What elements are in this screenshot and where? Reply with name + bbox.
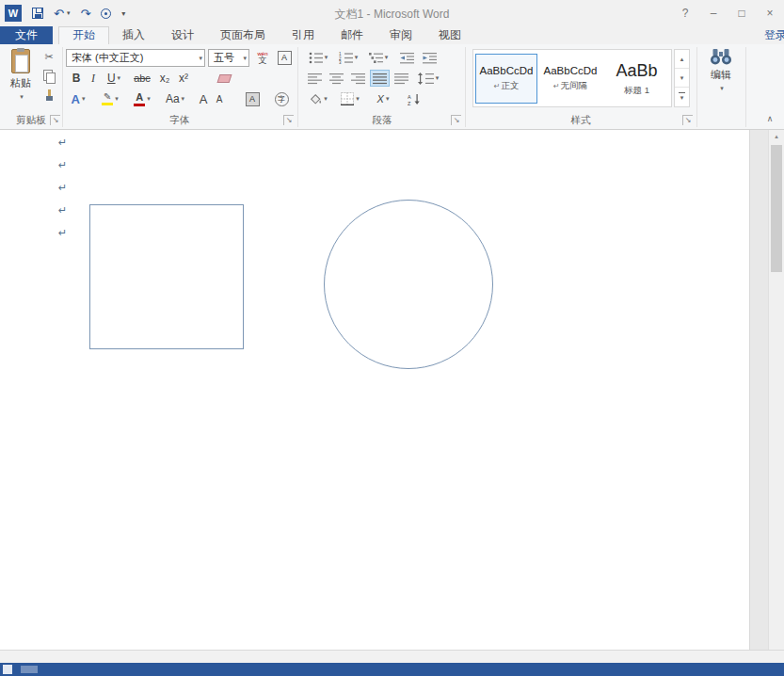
font-dialog-launcher[interactable]: ↘ [283, 115, 294, 125]
styles-dialog-launcher[interactable]: ↘ [682, 115, 693, 125]
status-indicator[interactable] [3, 665, 12, 674]
save-icon[interactable] [32, 8, 43, 19]
multilevel-list-dropdown-icon[interactable]: ▾ [385, 54, 389, 61]
horizontal-scrollbar[interactable] [0, 650, 784, 663]
bullet-list-icon [309, 52, 323, 64]
copy-button[interactable] [40, 68, 58, 85]
undo-button[interactable]: ↶ [54, 8, 64, 20]
bold-button[interactable]: B [68, 70, 85, 87]
clipboard-dialog-launcher[interactable]: ↘ [50, 115, 60, 125]
italic-button[interactable]: I [87, 70, 100, 87]
shading-button[interactable]: ▾ [305, 90, 331, 107]
underline-dropdown-icon[interactable]: ▾ [118, 74, 121, 82]
paste-dropdown-icon[interactable]: ▾ [20, 93, 24, 101]
highlight-button[interactable]: ✎ ▾ [96, 90, 124, 107]
numbering-button[interactable]: 123 ▾ [335, 49, 361, 66]
tab-mailings[interactable]: 邮件 [328, 26, 376, 44]
tab-file[interactable]: 文件 [0, 26, 53, 44]
scroll-up-arrow[interactable]: ▴ [769, 130, 784, 142]
increase-indent-button[interactable] [420, 49, 439, 66]
sort-button[interactable]: AZ [405, 90, 424, 107]
bullet-list-dropdown-icon[interactable]: ▾ [325, 54, 328, 61]
paragraph-mark: ↵ [58, 228, 67, 238]
word-logo-icon[interactable]: W [5, 5, 22, 22]
bullet-list-button[interactable]: ▾ [305, 49, 331, 66]
sign-in-link[interactable]: 登录 [764, 26, 784, 44]
paragraph-dialog-launcher[interactable]: ↘ [451, 115, 461, 125]
help-button[interactable]: ? [671, 0, 699, 26]
font-name-dropdown-icon[interactable]: ▾ [195, 55, 202, 62]
window-title: 文档1 - Microsoft Word [151, 7, 633, 23]
undo-dropdown-icon[interactable]: ▾ [67, 9, 71, 17]
tab-references[interactable]: 引用 [279, 26, 328, 44]
superscript-button[interactable]: x² [175, 70, 192, 87]
clear-formatting-button[interactable] [215, 70, 233, 87]
change-case-button[interactable]: Aa ▾ [160, 90, 190, 107]
vertical-scrollbar[interactable]: ▴ [768, 130, 784, 650]
asian-layout-button[interactable]: X ▾ [371, 90, 395, 107]
tab-design[interactable]: 设计 [158, 26, 207, 44]
font-size-dropdown-icon[interactable]: ▾ [239, 55, 247, 62]
editing-dropdown-icon[interactable]: ▾ [720, 85, 724, 92]
tab-insert[interactable]: 插入 [109, 26, 158, 44]
text-effects-dropdown-icon[interactable]: ▾ [82, 95, 86, 103]
styles-scroll-up-button[interactable]: ▴ [675, 50, 689, 69]
style-normal[interactable]: AaBbCcDd ↵正文 [475, 54, 537, 104]
document-page[interactable]: ↵ ↵ ↵ ↵ ↵ [0, 130, 750, 650]
ellipse-shape[interactable] [324, 200, 493, 369]
underline-button[interactable]: U ▾ [102, 70, 126, 87]
paste-button[interactable]: 粘贴 ▾ [4, 47, 38, 111]
styles-more-button[interactable]: ▾ [675, 88, 689, 106]
decrease-indent-button[interactable] [397, 49, 416, 66]
justify-button[interactable] [370, 70, 390, 87]
format-painter-button[interactable] [40, 88, 58, 105]
minimize-button[interactable]: – [699, 0, 728, 26]
text-effects-button[interactable]: A ▾ [66, 90, 90, 107]
shading-dropdown-icon[interactable]: ▾ [324, 95, 328, 103]
distribute-button[interactable] [392, 70, 411, 87]
font-color-dropdown-icon[interactable]: ▾ [147, 95, 151, 103]
change-case-dropdown-icon[interactable]: ▾ [182, 95, 185, 103]
phonetic-guide-button[interactable]: wén 文 [252, 48, 273, 67]
font-name-combo[interactable]: 宋体 (中文正文) ▾ [66, 49, 205, 67]
style-no-spacing[interactable]: AaBbCcDd ↵无间隔 [539, 54, 601, 104]
tab-view[interactable]: 视图 [425, 26, 474, 44]
font-color-button[interactable]: A ▾ [130, 90, 154, 107]
qat-customize-dropdown-icon[interactable]: ▾ [121, 9, 125, 18]
close-button[interactable]: × [756, 0, 784, 26]
maximize-button[interactable]: □ [728, 0, 756, 26]
collapse-ribbon-button[interactable]: ∧ [762, 114, 777, 123]
align-left-button[interactable] [305, 70, 325, 87]
grow-font-button[interactable]: A [196, 90, 211, 107]
style-heading-1[interactable]: AaBb 标题 1 [603, 54, 670, 104]
styles-scroll-down-button[interactable]: ▾ [675, 69, 689, 88]
cut-button[interactable]: ✂ [40, 48, 58, 65]
subscript-button[interactable]: x₂ [156, 70, 173, 87]
redo-button[interactable]: ↷ [80, 8, 90, 20]
character-shading-button[interactable]: A [243, 90, 262, 107]
align-center-button[interactable] [327, 70, 346, 87]
rectangle-shape[interactable] [89, 204, 244, 349]
tab-review[interactable]: 审阅 [376, 26, 425, 44]
font-size-combo[interactable]: 五号 ▾ [208, 49, 249, 67]
enclose-characters-button[interactable]: 字 [271, 90, 292, 107]
multilevel-list-button[interactable]: ▾ [365, 49, 392, 66]
borders-dropdown-icon[interactable]: ▾ [356, 95, 360, 103]
touch-mode-icon[interactable] [101, 8, 111, 19]
tab-page-layout[interactable]: 页面布局 [207, 26, 279, 44]
shrink-font-button[interactable]: A [213, 90, 226, 107]
character-border-button[interactable]: A [275, 48, 294, 67]
eraser-icon [216, 74, 232, 83]
align-right-button[interactable] [348, 70, 368, 87]
editing-button[interactable]: 编辑 ▾ [698, 48, 744, 112]
strikethrough-button[interactable]: abc [130, 70, 154, 87]
asian-layout-dropdown-icon[interactable]: ▾ [386, 95, 390, 103]
line-spacing-button[interactable]: ▾ [414, 70, 442, 87]
tab-home[interactable]: 开始 [58, 26, 109, 44]
status-indicator[interactable] [21, 666, 38, 673]
highlight-dropdown-icon[interactable]: ▾ [115, 95, 119, 103]
borders-button[interactable]: ▾ [337, 90, 363, 107]
line-spacing-dropdown-icon[interactable]: ▾ [436, 74, 440, 82]
numbering-dropdown-icon[interactable]: ▾ [355, 54, 359, 61]
vertical-scrollbar-thumb[interactable] [771, 145, 782, 272]
